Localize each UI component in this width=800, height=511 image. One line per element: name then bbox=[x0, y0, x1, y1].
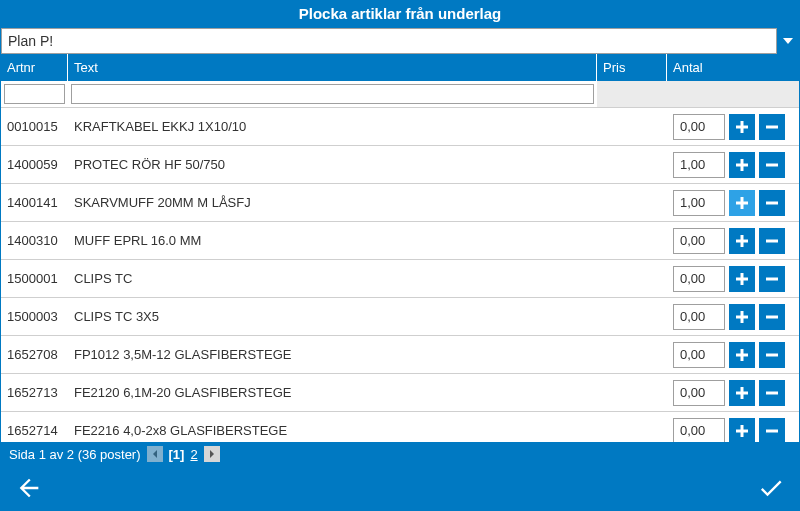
cell-pris bbox=[597, 123, 667, 131]
minus-icon bbox=[765, 272, 779, 286]
minus-icon bbox=[765, 386, 779, 400]
cell-artnr: 1652708 bbox=[1, 343, 68, 366]
minus-icon bbox=[765, 348, 779, 362]
plus-icon bbox=[735, 234, 749, 248]
cell-pris bbox=[597, 161, 667, 169]
minus-icon bbox=[765, 120, 779, 134]
header-antal[interactable]: Antal bbox=[667, 54, 799, 81]
filter-row bbox=[1, 81, 799, 108]
plus-icon bbox=[735, 272, 749, 286]
qty-input[interactable] bbox=[673, 190, 725, 216]
filter-artnr-input[interactable] bbox=[4, 84, 65, 104]
qty-minus-button[interactable] bbox=[759, 380, 785, 406]
table-header: Artnr Text Pris Antal bbox=[1, 54, 799, 81]
window-title: Plocka artiklar från underlag bbox=[1, 1, 799, 28]
cell-text: SKARVMUFF 20MM M LÅSFJ bbox=[68, 191, 597, 214]
cell-text: FP1012 3,5M-12 GLASFIBERSTEGE bbox=[68, 343, 597, 366]
cell-text: KRAFTKABEL EKKJ 1X10/10 bbox=[68, 115, 597, 138]
cell-text: CLIPS TC bbox=[68, 267, 597, 290]
qty-input[interactable] bbox=[673, 342, 725, 368]
qty-minus-button[interactable] bbox=[759, 266, 785, 292]
plus-icon bbox=[735, 424, 749, 438]
header-artnr[interactable]: Artnr bbox=[1, 54, 68, 81]
chevron-right-icon bbox=[208, 450, 216, 458]
qty-minus-button[interactable] bbox=[759, 304, 785, 330]
pager-bar: Sida 1 av 2 (36 poster) [1] 2 bbox=[1, 442, 799, 466]
plan-dropdown bbox=[1, 28, 799, 54]
confirm-check-icon[interactable] bbox=[757, 474, 785, 502]
cell-antal bbox=[667, 262, 799, 296]
minus-icon bbox=[765, 158, 779, 172]
qty-input[interactable] bbox=[673, 418, 725, 443]
qty-minus-button[interactable] bbox=[759, 190, 785, 216]
table-row: 1500003CLIPS TC 3X5 bbox=[1, 298, 799, 336]
table-row: 1652708FP1012 3,5M-12 GLASFIBERSTEGE bbox=[1, 336, 799, 374]
cell-pris bbox=[597, 313, 667, 321]
cell-antal bbox=[667, 300, 799, 334]
table-row: 0010015KRAFTKABEL EKKJ 1X10/10 bbox=[1, 108, 799, 146]
table-row: 1500001CLIPS TC bbox=[1, 260, 799, 298]
pager-next-button[interactable] bbox=[204, 446, 220, 462]
cell-antal bbox=[667, 338, 799, 372]
table-body[interactable]: 0010015KRAFTKABEL EKKJ 1X10/101400059PRO… bbox=[1, 108, 799, 442]
cell-pris bbox=[597, 389, 667, 397]
qty-plus-button[interactable] bbox=[729, 304, 755, 330]
filter-pris-spacer bbox=[597, 81, 667, 107]
pager-prev-button[interactable] bbox=[147, 446, 163, 462]
qty-plus-button[interactable] bbox=[729, 380, 755, 406]
qty-plus-button[interactable] bbox=[729, 228, 755, 254]
table-row: 1652714FE2216 4,0-2x8 GLASFIBERSTEGE bbox=[1, 412, 799, 442]
qty-input[interactable] bbox=[673, 152, 725, 178]
cell-antal bbox=[667, 224, 799, 258]
qty-input[interactable] bbox=[673, 228, 725, 254]
cell-artnr: 1652713 bbox=[1, 381, 68, 404]
qty-input[interactable] bbox=[673, 114, 725, 140]
qty-plus-button[interactable] bbox=[729, 418, 755, 443]
qty-plus-button[interactable] bbox=[729, 266, 755, 292]
plus-icon bbox=[735, 386, 749, 400]
minus-icon bbox=[765, 234, 779, 248]
plus-icon bbox=[735, 310, 749, 324]
plan-dropdown-input[interactable] bbox=[1, 28, 777, 54]
pager-summary: Sida 1 av 2 (36 poster) bbox=[9, 447, 141, 462]
qty-minus-button[interactable] bbox=[759, 114, 785, 140]
cell-antal bbox=[667, 110, 799, 144]
bottom-bar bbox=[1, 466, 799, 510]
table-row: 1400141SKARVMUFF 20MM M LÅSFJ bbox=[1, 184, 799, 222]
cell-pris bbox=[597, 199, 667, 207]
back-arrow-icon[interactable] bbox=[15, 474, 43, 502]
plan-dropdown-button[interactable] bbox=[777, 28, 799, 54]
qty-minus-button[interactable] bbox=[759, 418, 785, 443]
qty-input[interactable] bbox=[673, 380, 725, 406]
qty-input[interactable] bbox=[673, 266, 725, 292]
qty-plus-button[interactable] bbox=[729, 190, 755, 216]
cell-text: PROTEC RÖR HF 50/750 bbox=[68, 153, 597, 176]
cell-artnr: 1400141 bbox=[1, 191, 68, 214]
filter-text-input[interactable] bbox=[71, 84, 594, 104]
minus-icon bbox=[765, 196, 779, 210]
qty-plus-button[interactable] bbox=[729, 152, 755, 178]
pager-page-2-link[interactable]: 2 bbox=[190, 447, 197, 462]
table-row: 1400310MUFF EPRL 16.0 MM bbox=[1, 222, 799, 260]
qty-minus-button[interactable] bbox=[759, 228, 785, 254]
header-pris[interactable]: Pris bbox=[597, 54, 667, 81]
header-text[interactable]: Text bbox=[68, 54, 597, 81]
cell-antal bbox=[667, 376, 799, 410]
cell-text: CLIPS TC 3X5 bbox=[68, 305, 597, 328]
qty-minus-button[interactable] bbox=[759, 342, 785, 368]
pager-current-page: [1] bbox=[169, 447, 185, 462]
qty-plus-button[interactable] bbox=[729, 114, 755, 140]
plus-icon bbox=[735, 348, 749, 362]
cell-text: MUFF EPRL 16.0 MM bbox=[68, 229, 597, 252]
cell-antal bbox=[667, 186, 799, 220]
qty-input[interactable] bbox=[673, 304, 725, 330]
qty-plus-button[interactable] bbox=[729, 342, 755, 368]
cell-pris bbox=[597, 237, 667, 245]
cell-text: FE2120 6,1M-20 GLASFIBERSTEGE bbox=[68, 381, 597, 404]
cell-artnr: 0010015 bbox=[1, 115, 68, 138]
qty-minus-button[interactable] bbox=[759, 152, 785, 178]
minus-icon bbox=[765, 310, 779, 324]
plus-icon bbox=[735, 158, 749, 172]
cell-text: FE2216 4,0-2x8 GLASFIBERSTEGE bbox=[68, 419, 597, 442]
table-row: 1652713FE2120 6,1M-20 GLASFIBERSTEGE bbox=[1, 374, 799, 412]
